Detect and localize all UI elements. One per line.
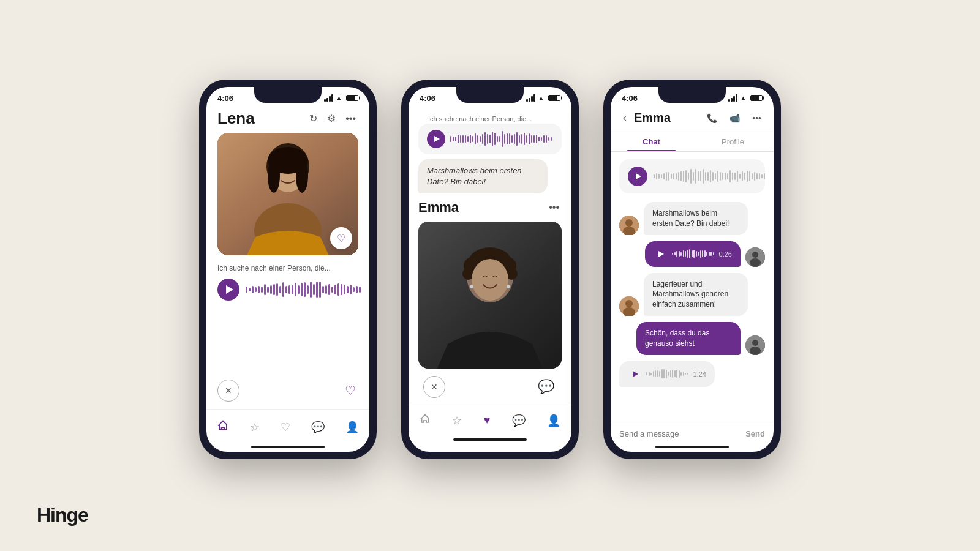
chat-bubble-2: Marshmallows beim ersten Date? Bin dabei… xyxy=(418,159,548,193)
chat-bubble-btn[interactable]: 💬 xyxy=(535,377,557,397)
svg-point-6 xyxy=(296,159,308,193)
nav-star-2[interactable]: ☆ xyxy=(448,410,466,431)
svg-point-5 xyxy=(268,159,280,193)
waveform-sent xyxy=(672,248,714,260)
msg-row-2: 0:26 xyxy=(619,241,765,267)
play-tri-prev xyxy=(434,136,440,142)
time-1: 4:06 xyxy=(217,94,233,103)
header-icons: ↻ ⚙ ••• xyxy=(307,110,358,127)
audio-preview-2 xyxy=(418,124,562,154)
svg-point-14 xyxy=(472,259,508,301)
nav-star-1[interactable]: ☆ xyxy=(246,417,263,438)
chat-header: ‹ Emma 📞 📹 ••• xyxy=(611,107,774,132)
phone2-action-bar: ✕ 💬 xyxy=(409,369,571,403)
chat-messages: Marshmallows beim ersten Date? Bin dabei… xyxy=(611,152,774,424)
battery-icon-3 xyxy=(750,95,763,101)
message-input[interactable] xyxy=(619,429,745,438)
status-icons-3: ▲ xyxy=(728,94,763,102)
phone-2: 4:06 ▲ Ich suche nac xyxy=(401,80,579,459)
heart-like-btn[interactable]: ♡ xyxy=(330,227,352,249)
refresh-icon[interactable]: ↻ xyxy=(307,110,320,127)
status-icons-1: ▲ xyxy=(324,94,358,102)
more-icon[interactable]: ••• xyxy=(343,110,358,127)
more-btn-2[interactable]: ••• xyxy=(546,200,562,216)
chat-action-icons: 📞 📹 ••• xyxy=(704,111,764,126)
play-tri-recv xyxy=(633,371,638,377)
svg-point-22 xyxy=(750,258,761,267)
play-audio-recv[interactable] xyxy=(628,367,641,381)
msg-row-1: Marshmallows beim ersten Date? Bin dabei… xyxy=(619,202,765,235)
profile-photo-emma xyxy=(418,222,562,369)
svg-point-27 xyxy=(752,340,758,346)
signal-icon-1 xyxy=(324,94,333,102)
avatar-msg-3 xyxy=(619,296,639,316)
dislike-button[interactable]: ✕ xyxy=(217,380,239,402)
home-indicator-3 xyxy=(655,446,729,448)
msg-row-5: 1:24 xyxy=(619,361,765,387)
phone1-content: Lena ↻ ⚙ ••• xyxy=(206,107,369,452)
duration-recv: 1:24 xyxy=(693,370,706,378)
time-2: 4:06 xyxy=(420,94,435,103)
more-icon-3[interactable]: ••• xyxy=(750,111,764,126)
chat-preview-2: Ich suche nach einer Person, die... Mars… xyxy=(409,107,571,200)
battery-icon-1 xyxy=(346,95,358,101)
nav-home-2[interactable] xyxy=(416,410,434,431)
phone3-content: ‹ Emma 📞 📹 ••• Chat Profile xyxy=(611,107,774,452)
tab-profile[interactable]: Profile xyxy=(692,132,774,151)
play-top-voice[interactable] xyxy=(628,167,647,186)
avatar-msg-4 xyxy=(745,335,765,355)
profile-card-emma: Emma ••• xyxy=(409,200,571,369)
heart-icon: ♡ xyxy=(337,233,345,244)
avatar-msg-2 xyxy=(745,247,765,267)
play-triangle-1 xyxy=(226,285,233,294)
video-icon[interactable]: 📹 xyxy=(727,111,742,126)
dislike-btn-2[interactable]: ✕ xyxy=(423,376,445,398)
lena-name: Lena xyxy=(217,109,255,128)
battery-icon-2 xyxy=(548,95,560,101)
nav-profile-2[interactable]: 👤 xyxy=(543,410,564,431)
nav-chat-2[interactable]: 💬 xyxy=(508,410,529,431)
profile-card-header: Emma ••• xyxy=(418,200,562,216)
waveform-1 xyxy=(246,280,361,299)
phone-3: 4:06 ▲ ‹ E xyxy=(603,80,781,459)
signal-icon-2 xyxy=(526,94,535,102)
chat-contact-name: Emma xyxy=(634,111,704,125)
notch-2 xyxy=(456,87,524,103)
svg-point-24 xyxy=(625,300,633,307)
like-action-icon[interactable]: ♡ xyxy=(342,381,358,400)
voice-player-1 xyxy=(217,279,358,301)
play-button-1[interactable] xyxy=(217,279,239,301)
home-indicator-2 xyxy=(453,438,527,441)
profile-photo-lena: ♡ xyxy=(217,133,358,255)
play-tri-sent xyxy=(658,251,664,257)
svg-point-21 xyxy=(752,252,758,258)
nav-heart-1[interactable]: ♡ xyxy=(277,417,294,438)
nav-chat-1[interactable]: 💬 xyxy=(307,417,328,438)
time-3: 4:06 xyxy=(622,94,638,103)
nav-home-1[interactable] xyxy=(213,416,233,438)
nav-heart-2[interactable]: ♥ xyxy=(480,410,494,430)
back-button[interactable]: ‹ xyxy=(620,109,629,127)
tab-chat[interactable]: Chat xyxy=(611,132,692,151)
audio-msg-received: 1:24 xyxy=(619,361,715,387)
send-button[interactable]: Send xyxy=(745,429,765,438)
settings-icon[interactable]: ⚙ xyxy=(325,110,338,127)
msg-bubble-3: Lagerfeuer und Marshmallows gehören einf… xyxy=(644,273,748,316)
bottom-nav-1: ☆ ♡ 💬 👤 xyxy=(206,409,369,443)
voice-label-1: Ich suche nach einer Person, die... xyxy=(217,264,358,272)
phone-icon[interactable]: 📞 xyxy=(704,111,720,126)
bottom-nav-2: ☆ ♥ 💬 👤 xyxy=(409,403,571,436)
action-bar-1: ✕ ♡ xyxy=(206,375,369,409)
phone1-header: Lena ↻ ⚙ ••• xyxy=(206,107,369,133)
play-btn-preview[interactable] xyxy=(427,130,445,148)
emma-name: Emma xyxy=(418,200,459,216)
preview-label-2: Ich suche nach einer Person, die... xyxy=(418,111,562,124)
nav-profile-1[interactable]: 👤 xyxy=(342,417,363,438)
status-icons-2: ▲ xyxy=(526,94,560,102)
play-audio-sent[interactable] xyxy=(654,247,667,261)
wifi-icon-1: ▲ xyxy=(336,94,342,102)
wifi-icon-2: ▲ xyxy=(538,94,545,102)
signal-icon-3 xyxy=(728,94,737,102)
svg-point-16 xyxy=(507,285,510,288)
msg-row-4: Schön, dass du das genauso siehst xyxy=(619,322,765,355)
